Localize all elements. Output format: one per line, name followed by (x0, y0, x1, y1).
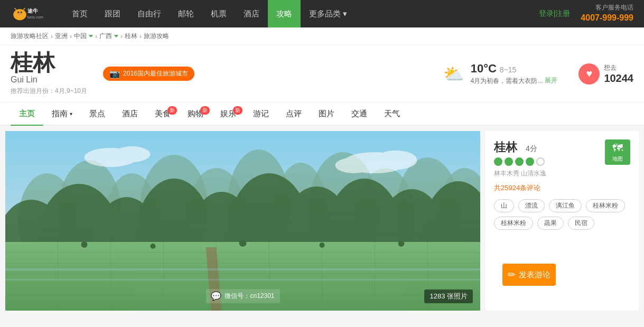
tag-lijiang-fish[interactable]: 漓江鱼 (549, 199, 582, 212)
svg-rect-50 (5, 279, 480, 281)
tags-section: 山 漂流 漓江鱼 桂林米粉 桂林米粉 蔬果 民宿 (494, 199, 630, 230)
food-badge: 新 (167, 106, 177, 115)
tag-mountain[interactable]: 山 (494, 199, 514, 212)
wechat-icon: 💬 (211, 291, 221, 301)
shopping-badge: 新 (200, 106, 210, 115)
second-navigation: 主页 指南 ▾ 景点 酒店 美食 新 购物 新 娱乐 新 游记 点评 图片 交通… (0, 102, 644, 126)
login-register-button[interactable]: 登录|注册 (539, 9, 571, 18)
second-nav-reviews[interactable]: 点评 (277, 102, 310, 125)
breadcrumb-current: 旅游攻略 (144, 32, 169, 41)
score-circle-3 (515, 157, 524, 166)
breadcrumb-guangxi-dropdown[interactable] (114, 35, 118, 38)
main-content: 1283 张照片 💬 微信号：cn12301 🗺 地图 桂林 4分 (0, 126, 644, 316)
review-count-label: 共 (494, 184, 501, 192)
city-chinese-name: 桂林 (11, 52, 55, 74)
heart-icon[interactable]: ♥ (578, 63, 600, 85)
breadcrumb-guangxi-link[interactable]: 广西 (99, 32, 112, 41)
score-circle-1 (494, 157, 502, 166)
breadcrumb-community[interactable]: 旅游攻略社区 (11, 32, 49, 41)
second-nav-entertainment[interactable]: 娱乐 新 (212, 102, 245, 125)
svg-point-4 (18, 12, 22, 15)
expand-weather-link[interactable]: 展开 (545, 76, 557, 85)
score-circle-5 (536, 157, 545, 166)
nav-hotel[interactable]: 酒店 (235, 0, 268, 27)
breadcrumb-china-dropdown[interactable] (89, 35, 93, 38)
breadcrumb: 旅游攻略社区 › 亚洲 › 中国 › 广西 › 桂林 › 旅游攻略 (0, 27, 644, 45)
svg-point-46 (239, 239, 247, 247)
tag-rice-noodle-2[interactable]: 桂林米粉 (494, 217, 533, 230)
breadcrumb-asia[interactable]: 亚洲 (55, 32, 68, 41)
nav-group-tour[interactable]: 跟团 (96, 0, 129, 27)
svg-text:tuniu.com: tuniu.com (27, 15, 44, 19)
breadcrumb-sep-1: › (51, 33, 53, 40)
breadcrumb-china-link[interactable]: 中国 (74, 32, 87, 41)
second-nav-travelogue[interactable]: 游记 (245, 102, 277, 125)
svg-point-45 (151, 244, 156, 249)
weather-description: 4月为初春，需着大衣防... (471, 77, 543, 86)
right-subtitle: 林丰木秀 山清水逸 (494, 169, 630, 178)
svg-point-47 (320, 242, 325, 248)
svg-point-44 (81, 241, 88, 248)
logo[interactable]: 途牛 tuniu.com (11, 4, 48, 24)
second-nav-transport[interactable]: 交通 (343, 102, 376, 125)
breadcrumb-china[interactable]: 中国 (74, 32, 93, 41)
second-nav-guide[interactable]: 指南 ▾ (43, 102, 81, 125)
second-nav-food[interactable]: 美食 新 (146, 102, 179, 125)
tag-vegetables[interactable]: 蔬果 (537, 217, 564, 230)
breadcrumb-sep-5: › (139, 33, 142, 40)
breadcrumb-guangxi[interactable]: 广西 (99, 32, 118, 41)
weather-block: ⛅ 10°C 8~15 4月为初春，需着大衣防... 展开 (443, 62, 558, 86)
second-nav-home[interactable]: 主页 (11, 102, 43, 126)
weather-desc-row: 4月为初春，需着大衣防... 展开 (471, 76, 558, 86)
second-nav-hotel[interactable]: 酒店 (114, 102, 146, 125)
city-main-image[interactable]: 1283 张照片 💬 微信号：cn12301 (5, 131, 480, 311)
post-review-button[interactable]: ✏ 发表游论 (502, 264, 556, 286)
second-nav-photos[interactable]: 图片 (310, 102, 343, 125)
top-navigation: 途牛 tuniu.com 首页 跟团 自由行 邮轮 机票 酒店 攻略 更多品类 … (0, 0, 644, 27)
nav-flights[interactable]: 机票 (202, 0, 235, 27)
svg-point-52 (375, 151, 417, 170)
second-nav-attractions[interactable]: 景点 (81, 102, 114, 125)
weather-temp-row: 10°C 8~15 (471, 62, 558, 76)
guide-dropdown-arrow[interactable]: ▾ (70, 111, 72, 117)
map-icon: 🗺 (612, 142, 623, 154)
main-left: 1283 张照片 💬 微信号：cn12301 (5, 131, 480, 311)
photo-count: 1283 张照片 (424, 289, 473, 303)
breadcrumb-guilin[interactable]: 桂林 (125, 32, 137, 41)
svg-point-48 (398, 240, 405, 247)
award-text: 2016国内最佳旅游城市 (123, 69, 188, 78)
weather-icon: ⛅ (443, 64, 464, 84)
city-header-right: ⛅ 10°C 8~15 4月为初春，需着大衣防... 展开 ♥ 想去 10244 (443, 62, 633, 86)
review-count-suffix: 条评论 (520, 184, 540, 192)
second-nav-shopping[interactable]: 购物 新 (179, 102, 212, 125)
temperature: 10°C (471, 62, 497, 76)
nav-right: 登录|注册 客户服务电话 4007-999-999 (539, 3, 633, 24)
nav-guide[interactable]: 攻略 (268, 0, 301, 27)
nav-home[interactable]: 首页 (63, 0, 96, 27)
nav-cruise[interactable]: 邮轮 (170, 0, 202, 27)
second-nav-weather[interactable]: 天气 (376, 102, 408, 125)
customer-service-label: 客户服务电话 (581, 3, 633, 12)
nav-free-travel[interactable]: 自由行 (129, 0, 170, 27)
customer-service: 客户服务电话 4007-999-999 (581, 3, 633, 24)
phone-number: 4007-999-999 (581, 12, 633, 24)
tag-homestay[interactable]: 民宿 (568, 217, 594, 230)
temp-range: 8~15 (500, 66, 517, 74)
wechat-text: 微信号：cn12301 (225, 292, 274, 301)
breadcrumb-sep-2: › (70, 33, 72, 40)
want-go-label: 想去 (604, 63, 633, 72)
city-name-cn: 桂林 Gui Lin 推荐出游月份：4月,9~10月 (11, 52, 87, 96)
svg-rect-49 (5, 268, 480, 270)
entertainment-badge: 新 (233, 106, 242, 115)
svg-point-53 (335, 157, 372, 173)
post-review-icon: ✏ (508, 269, 516, 281)
score-circle-4 (526, 157, 534, 166)
review-number: 25924 (501, 184, 520, 192)
map-button[interactable]: 🗺 地图 (605, 139, 630, 165)
tag-rafting[interactable]: 漂流 (518, 199, 545, 212)
right-city-name: 桂林 (494, 139, 517, 155)
tag-rice-noodle-1[interactable]: 桂林米粉 (586, 199, 625, 212)
post-review-label: 发表游论 (519, 270, 550, 280)
nav-more[interactable]: 更多品类 ▾ (301, 0, 356, 27)
nav-items: 首页 跟团 自由行 邮轮 机票 酒店 攻略 更多品类 ▾ (63, 0, 539, 27)
